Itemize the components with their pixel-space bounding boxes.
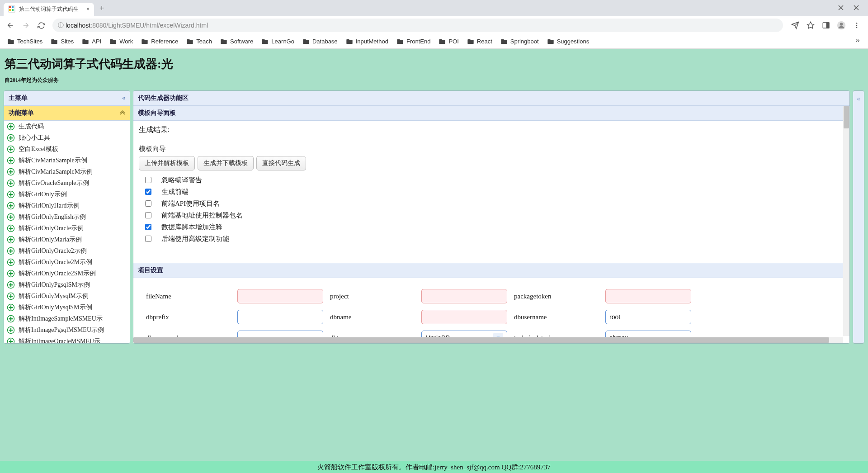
sidebar-item[interactable]: 解析GirlOnlyEnglish示例 — [4, 211, 130, 222]
sidebar-item[interactable]: 空白Excel模板 — [4, 143, 130, 155]
collapse-left-icon[interactable]: « — [122, 95, 125, 102]
bookmarks-overflow-icon[interactable] — [851, 36, 864, 47]
filename-input[interactable] — [237, 289, 323, 303]
folder-icon — [220, 38, 227, 45]
window-minimize-icon[interactable] — [838, 5, 844, 12]
checkbox-input[interactable] — [145, 224, 151, 230]
profile-icon[interactable] — [836, 20, 846, 30]
dbname-input[interactable] — [421, 310, 507, 324]
sidebar-item[interactable]: 解析GirlOnlyPgsqlSM示例 — [4, 279, 130, 290]
address-bar[interactable]: ⓘ localhost:8080/LightSBMEU/html/excelWi… — [52, 19, 783, 32]
func-area-title: 代码生成器功能区 — [138, 94, 189, 102]
sidebar-item[interactable]: 解析GirlOnlyOracle2M示例 — [4, 256, 130, 268]
sidebar-item-label: 解析GirlOnlyMysqlM示例 — [19, 291, 89, 301]
sidebar-item-label: 解析GirlOnlyOracle示例 — [19, 223, 84, 233]
bookmark-label: TechSites — [17, 38, 42, 45]
wizard-section: 生成结果: 模板向导 上传并解析模板 生成并下载模板 直接代码生成 忽略编译警告… — [133, 121, 849, 249]
sidebar-item[interactable]: 解析IntImageOracleMSMEU示 — [4, 336, 130, 343]
collapse-up-icon[interactable] — [120, 109, 125, 117]
bookmark-folder[interactable]: Sites — [47, 36, 77, 47]
folder-icon — [396, 38, 404, 45]
bookmark-label: Teach — [196, 38, 212, 45]
gen-download-button[interactable]: 生成并下载模板 — [198, 156, 254, 170]
sidebar-item-label: 解析GirlOnlyPgsqlSM示例 — [19, 280, 90, 289]
packagetoken-input[interactable] — [605, 289, 691, 303]
direct-gen-button[interactable]: 直接代码生成 — [256, 156, 306, 170]
sidebar-item[interactable]: 解析IntImagePgsqlMSMEU示例 — [4, 324, 130, 336]
button-row: 上传并解析模板 生成并下载模板 直接代码生成 — [139, 156, 844, 170]
horizontal-scrollbar[interactable] — [133, 337, 843, 343]
bookmark-folder[interactable]: API — [78, 36, 105, 47]
bookmark-folder[interactable]: React — [463, 36, 496, 47]
sidebar-item[interactable]: 解析GirlOnlyMaria示例 — [4, 234, 130, 245]
back-button[interactable] — [4, 19, 17, 32]
checkbox-label: 生成前端 — [161, 187, 189, 197]
window-close-icon[interactable] — [854, 5, 859, 12]
sidebar-item[interactable]: 解析GirlOnlyMysqlSM示例 — [4, 302, 130, 313]
project-input[interactable] — [421, 289, 507, 303]
menu-list[interactable]: 生成代码贴心小工具空白Excel模板解析CivMariaSample示例解析Ci… — [4, 121, 130, 343]
dbname-label: dbname — [328, 313, 419, 321]
star-icon[interactable] — [806, 20, 816, 30]
vertical-scrollbar[interactable] — [843, 106, 849, 336]
svg-rect-1 — [9, 6, 11, 8]
checkbox-input[interactable] — [145, 236, 151, 242]
sidebar-item[interactable]: 解析GirlOnlyOracle2示例 — [4, 245, 130, 256]
checkbox-input[interactable] — [145, 200, 151, 207]
menu-icon[interactable] — [852, 20, 862, 30]
plus-icon — [7, 202, 15, 210]
func-menu-header[interactable]: 功能菜单 — [4, 106, 130, 121]
bookmark-folder[interactable]: LearnGo — [258, 36, 298, 47]
bookmark-folder[interactable]: Database — [299, 36, 341, 47]
bookmark-folder[interactable]: Teach — [183, 36, 216, 47]
folder-icon — [467, 38, 474, 45]
panel-icon[interactable] — [821, 20, 831, 30]
svg-marker-5 — [807, 22, 814, 28]
bookmark-folder[interactable]: Suggestions — [543, 36, 593, 47]
bookmark-folder[interactable]: Software — [217, 36, 257, 47]
sidebar-item[interactable]: 解析GirlOnlyOracle2SM示例 — [4, 268, 130, 279]
bookmark-folder[interactable]: FrontEnd — [393, 36, 434, 47]
filename-label: fileName — [144, 293, 235, 300]
sidebar-item[interactable]: 生成代码 — [4, 121, 130, 132]
upload-parse-button[interactable]: 上传并解析模板 — [139, 156, 195, 170]
browser-tab[interactable]: 第三代动词算子式代码生 × — [4, 3, 94, 16]
bookmark-folder[interactable]: InputMethod — [342, 36, 392, 47]
plus-icon — [7, 213, 15, 221]
sidebar-item-label: 解析GirlOnlyOracle2示例 — [19, 246, 87, 255]
bookmark-folder[interactable]: Work — [106, 36, 137, 47]
bookmark-folder[interactable]: TechSites — [4, 36, 46, 47]
sidebar-item[interactable]: 解析IntImageSampleMSMEU示 — [4, 313, 130, 324]
sidebar-item[interactable]: 解析GirlOnlyHard示例 — [4, 200, 130, 211]
dbusername-input[interactable] — [605, 310, 691, 324]
checkbox-input[interactable] — [145, 177, 151, 183]
send-icon[interactable] — [790, 20, 800, 30]
main-menu-header[interactable]: 主菜单 « — [4, 91, 130, 106]
sidebar-item[interactable]: 解析GirlOnlyOracle示例 — [4, 222, 130, 234]
sidebar-item[interactable]: 解析CivOracleSample示例 — [4, 177, 130, 189]
sidebar-item[interactable]: 解析GirlOnly示例 — [4, 189, 130, 200]
sidebar-item[interactable]: 解析CivMariaSample示例 — [4, 155, 130, 166]
checkbox-input[interactable] — [145, 212, 151, 218]
folder-icon — [51, 38, 58, 45]
sidebar-item[interactable]: 解析CivMariaSampleM示例 — [4, 166, 130, 177]
bookmark-folder[interactable]: Reference — [137, 36, 182, 47]
checkbox-input[interactable] — [145, 189, 151, 195]
dbprefix-input[interactable] — [237, 310, 323, 324]
workspace: 主菜单 « 功能菜单 生成代码贴心小工具空白Excel模板解析CivMariaS… — [4, 90, 864, 344]
plus-icon — [7, 134, 15, 142]
plus-icon — [7, 247, 15, 255]
sidebar-item-label: 空白Excel模板 — [19, 144, 58, 154]
sidebar-item[interactable]: 贴心小工具 — [4, 132, 130, 143]
right-collapse-panel[interactable]: « — [853, 90, 864, 344]
forward-button[interactable] — [19, 19, 33, 32]
collapse-right-icon[interactable]: « — [853, 91, 864, 107]
reload-button[interactable] — [34, 19, 48, 32]
sidebar-item[interactable]: 解析GirlOnlyMysqlM示例 — [4, 290, 130, 302]
new-tab-button[interactable]: + — [99, 4, 104, 13]
bookmark-folder[interactable]: POI — [435, 36, 462, 47]
bookmark-folder[interactable]: Springboot — [497, 36, 542, 47]
sidebar-item-label: 解析GirlOnlyEnglish示例 — [19, 212, 86, 222]
close-icon[interactable]: × — [86, 6, 90, 12]
folder-icon — [141, 38, 148, 45]
